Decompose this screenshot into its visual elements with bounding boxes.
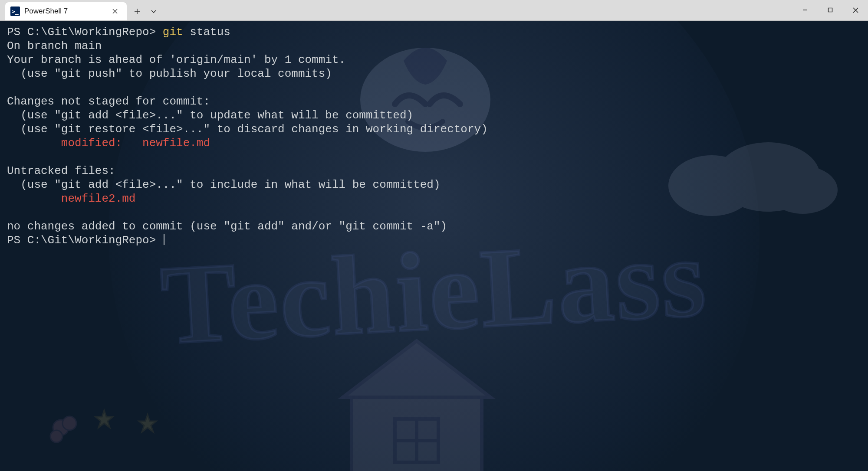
new-tab-button[interactable]: [129, 3, 145, 19]
output-line: [7, 192, 61, 205]
untracked-file: newfile2.md: [61, 192, 136, 205]
svg-marker-21: [139, 415, 156, 432]
prompt: PS C:\Git\WorkingRepo>: [7, 26, 163, 39]
svg-rect-5: [829, 8, 832, 12]
prompt: PS C:\Git\WorkingRepo>: [7, 234, 163, 247]
svg-point-19: [50, 430, 62, 442]
output-line: no changes added to commit (use "git add…: [7, 220, 447, 233]
maximize-button[interactable]: [818, 1, 843, 19]
cursor: [164, 234, 164, 245]
window-controls: [792, 0, 868, 20]
svg-marker-13: [343, 341, 490, 397]
tab-dropdown-button[interactable]: [146, 3, 161, 19]
plus-icon: [134, 8, 140, 14]
output-line: (use "git add <file>..." to include in w…: [7, 178, 441, 191]
svg-point-17: [53, 420, 69, 435]
command-git: git: [163, 26, 183, 39]
terminal-pane[interactable]: TechieLass PS C:\Git\WorkingRepo> git st…: [0, 21, 868, 471]
svg-marker-20: [95, 410, 113, 428]
output-line: [7, 137, 61, 150]
tab-title: PowerShell 7: [24, 7, 105, 16]
output-line: Your branch is ahead of 'origin/main' by…: [7, 53, 345, 66]
svg-rect-12: [352, 393, 482, 471]
close-icon: [112, 9, 118, 14]
output-line: (use "git restore <file>..." to discard …: [7, 123, 488, 136]
output-line: (use "git add <file>..." to update what …: [7, 109, 413, 122]
output-line: Changes not staged for commit:: [7, 95, 210, 108]
tab-close-button[interactable]: [109, 6, 121, 17]
command-args: status: [183, 26, 230, 39]
modified-file: modified: newfile.md: [61, 137, 210, 150]
window-close-button[interactable]: [843, 1, 868, 19]
close-icon: [853, 7, 858, 13]
chevron-down-icon: [151, 8, 157, 14]
output-line: On branch main: [7, 39, 102, 52]
minimize-button[interactable]: [792, 1, 818, 19]
titlebar: >_ PowerShell 7: [0, 0, 868, 21]
tab-powershell[interactable]: >_ PowerShell 7: [5, 2, 127, 20]
powershell-icon: >_: [10, 7, 20, 16]
output-line: (use "git push" to publish your local co…: [7, 67, 332, 80]
minimize-icon: [802, 7, 808, 13]
svg-rect-14: [395, 419, 438, 462]
output-line: Untracked files:: [7, 164, 115, 177]
tabstrip-controls: [129, 2, 161, 20]
svg-point-18: [62, 416, 76, 430]
maximize-icon: [828, 7, 833, 13]
terminal-output: PS C:\Git\WorkingRepo> git status On bra…: [0, 21, 868, 252]
